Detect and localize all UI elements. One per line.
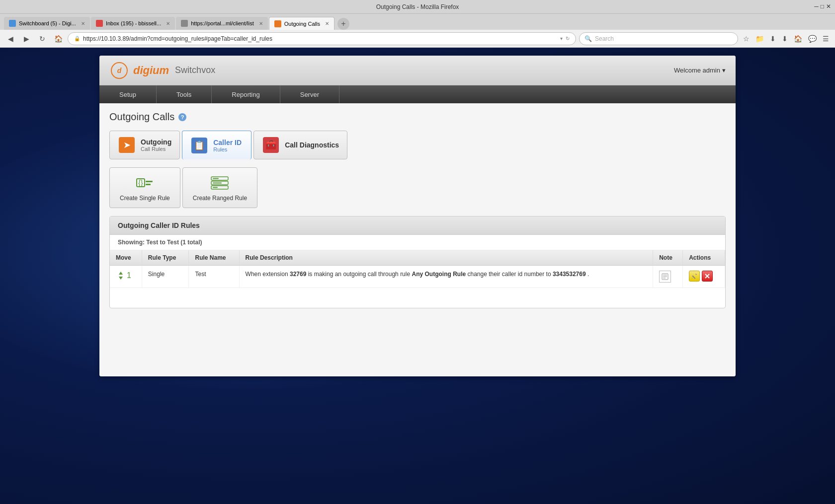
browser-tab-1[interactable]: Inbox (195) - bbissell... ✕ bbox=[91, 17, 175, 30]
new-tab-button[interactable]: + bbox=[337, 18, 349, 30]
table-header-row: Move Rule Type Rule Name Rule Descriptio… bbox=[110, 250, 725, 266]
desc-end: . bbox=[586, 271, 589, 278]
digium-logo-text: digium bbox=[133, 64, 169, 77]
menu-icon[interactable]: ☰ bbox=[821, 34, 831, 44]
tab-bar: Switchboard (5) - Digi... ✕ Inbox (195) … bbox=[0, 14, 835, 30]
delete-button[interactable] bbox=[702, 271, 713, 282]
desc-rule: Any Outgoing Rule bbox=[412, 271, 466, 278]
bookmark-folder-icon[interactable]: 📁 bbox=[753, 34, 766, 44]
outgoing-tab-text: Outgoing Call Rules bbox=[141, 138, 171, 152]
diagnostics-tab-text: Call Diagnostics bbox=[285, 141, 339, 149]
restore-icon[interactable]: □ bbox=[821, 3, 824, 10]
tab-label-1: Inbox (195) - bbissell... bbox=[106, 20, 161, 26]
row-note bbox=[653, 266, 683, 288]
row-number: 1 bbox=[127, 271, 131, 280]
single-rule-icon: {} bbox=[136, 174, 154, 192]
create-single-rule-button[interactable]: {} Create Single Rule bbox=[109, 167, 180, 208]
move-control[interactable]: 1 bbox=[116, 271, 136, 281]
lock-icon: 🔒 bbox=[74, 36, 80, 41]
page-content: Outgoing Calls ? ➤ Outgoing bbox=[99, 103, 736, 376]
tab-close-3[interactable]: ✕ bbox=[325, 21, 329, 26]
pocket-icon[interactable]: ⬇ bbox=[768, 34, 778, 44]
desc-mid: is making an outgoing call through rule bbox=[306, 271, 412, 278]
close-icon[interactable]: ✕ bbox=[826, 3, 831, 10]
svg-text:{}: {} bbox=[139, 179, 144, 187]
nav-server[interactable]: Server bbox=[280, 85, 339, 103]
browser-chrome: Outgoing Calls - Mozilla Firefox ─ □ ✕ S… bbox=[0, 0, 835, 48]
outgoing-tab-title: Outgoing bbox=[141, 138, 171, 146]
nav-tools[interactable]: Tools bbox=[157, 85, 212, 103]
col-rule-desc: Rule Description bbox=[239, 250, 653, 266]
note-button[interactable] bbox=[659, 271, 671, 283]
tab-close-1[interactable]: ✕ bbox=[166, 21, 170, 26]
search-icon: 🔍 bbox=[584, 35, 592, 42]
url-text: https://10.10.3.89/admin?cmd=outgoing_ru… bbox=[83, 35, 557, 42]
svg-text:🧰: 🧰 bbox=[265, 140, 277, 150]
bookmark-star-icon[interactable]: ☆ bbox=[741, 34, 752, 44]
tab-label-0: Switchboard (5) - Digi... bbox=[19, 20, 76, 26]
row-description: When extension 32769 is making an outgoi… bbox=[239, 266, 653, 288]
svg-rect-17 bbox=[213, 187, 218, 188]
showing-range: Test to Test bbox=[146, 239, 179, 246]
row-move: 1 bbox=[110, 266, 142, 288]
welcome-dropdown-icon[interactable]: ▾ bbox=[722, 67, 726, 74]
reload-button[interactable]: ↻ bbox=[36, 32, 49, 45]
col-note: Note bbox=[653, 250, 683, 266]
row-name: Test bbox=[189, 266, 239, 288]
svg-rect-11 bbox=[146, 184, 151, 185]
download-icon[interactable]: ⬇ bbox=[780, 34, 790, 44]
browser-tab-0[interactable]: Switchboard (5) - Digi... ✕ bbox=[4, 17, 90, 30]
url-bar[interactable]: 🔒 https://10.10.3.89/admin?cmd=outgoing_… bbox=[68, 32, 576, 45]
tab-call-diagnostics[interactable]: 🧰 Call Diagnostics bbox=[253, 131, 347, 159]
svg-marker-25 bbox=[695, 274, 697, 275]
back-button[interactable]: ◀ bbox=[4, 32, 17, 45]
caller-id-tab-subtitle: Rules bbox=[213, 146, 242, 152]
row-type: Single bbox=[142, 266, 189, 288]
showing-label: Showing: bbox=[118, 239, 145, 246]
tab-close-2[interactable]: ✕ bbox=[259, 21, 263, 26]
table-showing: Showing: Test to Test (1 total) bbox=[110, 235, 725, 250]
desc-pre: When extension bbox=[246, 271, 290, 278]
browser-tab-3[interactable]: Outgoing Calls ✕ bbox=[269, 17, 334, 30]
caller-id-icon: 📋 bbox=[190, 137, 208, 154]
tab-label-2: https://portal...ml/client/list bbox=[191, 20, 254, 26]
chat-icon[interactable]: 💬 bbox=[806, 34, 819, 44]
showing-total: (1 total) bbox=[180, 239, 202, 246]
col-rule-name: Rule Name bbox=[189, 250, 239, 266]
minimize-icon[interactable]: ─ bbox=[814, 3, 819, 10]
nav-tools-label: Tools bbox=[176, 91, 191, 98]
window-title: Outgoing Calls - Mozilla Firefox bbox=[376, 3, 459, 10]
svg-marker-18 bbox=[119, 272, 123, 275]
home2-icon[interactable]: 🏠 bbox=[792, 34, 804, 44]
table-row: 1 Single Test When extension 32769 is ma… bbox=[110, 266, 725, 288]
diagnostics-tab-title: Call Diagnostics bbox=[285, 141, 339, 149]
table-footer-space bbox=[110, 288, 725, 308]
browser-nav-icons: ☆ 📁 ⬇ ⬇ 🏠 💬 ☰ bbox=[741, 34, 831, 44]
browser-tab-2[interactable]: https://portal...ml/client/list ✕ bbox=[176, 17, 268, 30]
col-move: Move bbox=[110, 250, 142, 266]
edit-button[interactable] bbox=[689, 271, 700, 282]
url-reload: ↻ bbox=[566, 36, 570, 41]
search-bar[interactable]: 🔍 Search bbox=[579, 32, 738, 45]
svg-rect-15 bbox=[213, 178, 219, 179]
digium-logo: d digium Switchvox bbox=[109, 62, 215, 79]
help-icon[interactable]: ? bbox=[178, 113, 186, 121]
tab-close-0[interactable]: ✕ bbox=[81, 21, 85, 26]
desc-extension: 32769 bbox=[290, 271, 306, 278]
search-placeholder: Search bbox=[595, 35, 614, 42]
create-single-rule-label: Create Single Rule bbox=[120, 195, 170, 202]
create-ranged-rule-button[interactable]: Create Ranged Rule bbox=[182, 167, 257, 208]
outgoing-tab-subtitle: Call Rules bbox=[141, 146, 171, 152]
tab-outgoing-call-rules[interactable]: ➤ Outgoing Call Rules bbox=[109, 131, 180, 159]
switchvox-app: d digium Switchvox Welcome admin ▾ Setup… bbox=[99, 56, 736, 376]
forward-button[interactable]: ▶ bbox=[20, 32, 33, 45]
col-rule-type: Rule Type bbox=[142, 250, 189, 266]
nav-reporting[interactable]: Reporting bbox=[212, 85, 280, 103]
caller-id-tab-text: Caller ID Rules bbox=[213, 139, 242, 152]
home-button[interactable]: 🏠 bbox=[52, 32, 65, 45]
tab-caller-id-rules[interactable]: 📋 Caller ID Rules bbox=[182, 131, 251, 159]
svg-text:d: d bbox=[117, 67, 122, 74]
page-title-bar: Outgoing Calls ? bbox=[109, 111, 726, 123]
nav-setup[interactable]: Setup bbox=[99, 85, 157, 103]
col-actions: Actions bbox=[683, 250, 725, 266]
